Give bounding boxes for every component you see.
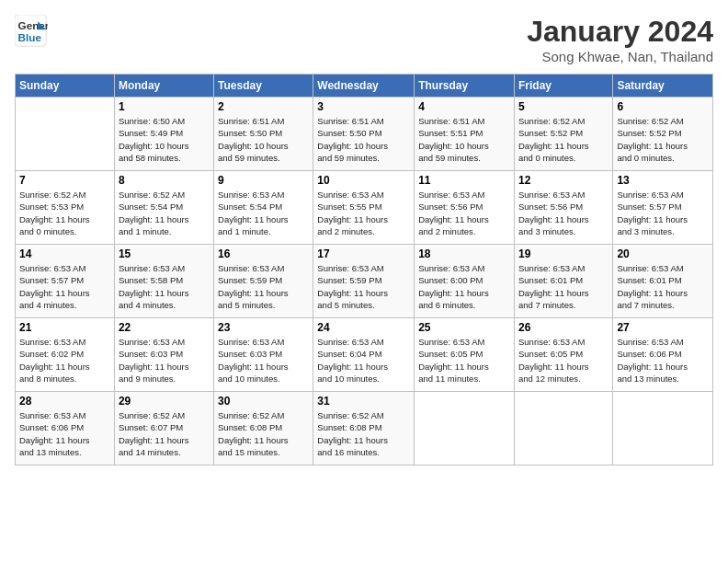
day-cell: 6Sunrise: 6:52 AM Sunset: 5:52 PM Daylig…: [613, 98, 713, 171]
header-sunday: Sunday: [16, 75, 115, 98]
day-info: Sunrise: 6:53 AM Sunset: 5:57 PM Dayligh…: [617, 189, 709, 237]
day-number: 19: [518, 247, 609, 260]
day-cell: 9Sunrise: 6:53 AM Sunset: 5:54 PM Daylig…: [214, 171, 313, 245]
day-info: Sunrise: 6:52 AM Sunset: 6:08 PM Dayligh…: [317, 409, 410, 458]
day-number: 30: [218, 395, 309, 408]
day-number: 20: [617, 247, 709, 260]
week-row-3: 21Sunrise: 6:53 AM Sunset: 6:02 PM Dayli…: [16, 318, 713, 392]
day-number: 25: [418, 321, 510, 334]
day-cell: 22Sunrise: 6:53 AM Sunset: 6:03 PM Dayli…: [114, 318, 213, 392]
day-info: Sunrise: 6:53 AM Sunset: 6:05 PM Dayligh…: [518, 336, 609, 385]
day-number: 15: [119, 247, 210, 260]
day-number: 18: [418, 247, 510, 260]
day-cell: 16Sunrise: 6:53 AM Sunset: 5:59 PM Dayli…: [214, 245, 313, 318]
day-info: Sunrise: 6:53 AM Sunset: 5:57 PM Dayligh…: [19, 262, 110, 311]
day-number: 27: [617, 321, 709, 334]
day-cell: [415, 392, 515, 465]
day-info: Sunrise: 6:53 AM Sunset: 6:04 PM Dayligh…: [317, 336, 410, 385]
day-cell: 7Sunrise: 6:52 AM Sunset: 5:53 PM Daylig…: [16, 171, 115, 245]
week-row-0: 1Sunrise: 6:50 AM Sunset: 5:49 PM Daylig…: [16, 98, 713, 171]
day-number: 24: [317, 321, 410, 334]
day-cell: [514, 392, 612, 465]
calendar-header-row: SundayMondayTuesdayWednesdayThursdayFrid…: [16, 75, 713, 98]
day-info: Sunrise: 6:53 AM Sunset: 5:55 PM Dayligh…: [317, 189, 410, 237]
day-number: 1: [119, 100, 210, 113]
day-cell: 30Sunrise: 6:52 AM Sunset: 6:08 PM Dayli…: [214, 392, 313, 465]
day-info: Sunrise: 6:51 AM Sunset: 5:51 PM Dayligh…: [418, 115, 510, 164]
day-info: Sunrise: 6:53 AM Sunset: 6:05 PM Dayligh…: [418, 336, 510, 385]
day-cell: 20Sunrise: 6:53 AM Sunset: 6:01 PM Dayli…: [613, 245, 713, 318]
header-saturday: Saturday: [613, 75, 713, 98]
week-row-2: 14Sunrise: 6:53 AM Sunset: 5:57 PM Dayli…: [16, 245, 713, 318]
header-monday: Monday: [114, 75, 213, 98]
day-info: Sunrise: 6:52 AM Sunset: 5:53 PM Dayligh…: [19, 189, 110, 237]
day-number: 9: [218, 174, 309, 187]
day-number: 16: [218, 247, 309, 260]
day-cell: 11Sunrise: 6:53 AM Sunset: 5:56 PM Dayli…: [415, 171, 515, 245]
day-info: Sunrise: 6:53 AM Sunset: 6:06 PM Dayligh…: [19, 409, 110, 458]
day-info: Sunrise: 6:53 AM Sunset: 5:54 PM Dayligh…: [218, 189, 309, 237]
day-number: 3: [317, 100, 410, 113]
day-number: 5: [518, 100, 609, 113]
day-info: Sunrise: 6:53 AM Sunset: 5:56 PM Dayligh…: [518, 189, 609, 237]
day-number: 12: [518, 174, 609, 187]
day-cell: 27Sunrise: 6:53 AM Sunset: 6:06 PM Dayli…: [613, 318, 713, 392]
header-thursday: Thursday: [415, 75, 515, 98]
week-row-4: 28Sunrise: 6:53 AM Sunset: 6:06 PM Dayli…: [16, 392, 713, 465]
day-number: 11: [418, 174, 510, 187]
location: Song Khwae, Nan, Thailand: [527, 49, 713, 64]
day-cell: [16, 98, 115, 171]
day-cell: 8Sunrise: 6:52 AM Sunset: 5:54 PM Daylig…: [114, 171, 213, 245]
day-cell: 17Sunrise: 6:53 AM Sunset: 5:59 PM Dayli…: [313, 245, 415, 318]
header: General Blue January 2024 Song Khwae, Na…: [15, 15, 713, 64]
day-number: 10: [317, 174, 410, 187]
day-number: 21: [19, 321, 110, 334]
header-friday: Friday: [514, 75, 612, 98]
svg-text:General: General: [18, 19, 48, 31]
day-cell: 4Sunrise: 6:51 AM Sunset: 5:51 PM Daylig…: [415, 98, 515, 171]
day-number: 7: [19, 174, 110, 187]
day-info: Sunrise: 6:53 AM Sunset: 5:59 PM Dayligh…: [218, 262, 309, 311]
day-info: Sunrise: 6:53 AM Sunset: 5:56 PM Dayligh…: [418, 189, 510, 237]
day-number: 14: [19, 247, 110, 260]
day-info: Sunrise: 6:53 AM Sunset: 6:01 PM Dayligh…: [617, 262, 709, 311]
day-cell: 29Sunrise: 6:52 AM Sunset: 6:07 PM Dayli…: [114, 392, 213, 465]
day-cell: 2Sunrise: 6:51 AM Sunset: 5:50 PM Daylig…: [214, 98, 313, 171]
day-info: Sunrise: 6:53 AM Sunset: 6:03 PM Dayligh…: [119, 336, 210, 385]
day-info: Sunrise: 6:50 AM Sunset: 5:49 PM Dayligh…: [119, 115, 210, 164]
day-cell: [613, 392, 713, 465]
day-number: 23: [218, 321, 309, 334]
day-cell: 25Sunrise: 6:53 AM Sunset: 6:05 PM Dayli…: [415, 318, 515, 392]
day-number: 28: [19, 395, 110, 408]
day-info: Sunrise: 6:52 AM Sunset: 5:52 PM Dayligh…: [617, 115, 709, 164]
day-cell: 24Sunrise: 6:53 AM Sunset: 6:04 PM Dayli…: [313, 318, 415, 392]
day-number: 6: [617, 100, 709, 113]
day-cell: 19Sunrise: 6:53 AM Sunset: 6:01 PM Dayli…: [514, 245, 612, 318]
title-block: January 2024 Song Khwae, Nan, Thailand: [527, 15, 713, 64]
logo-icon: General Blue: [15, 15, 48, 48]
day-cell: 28Sunrise: 6:53 AM Sunset: 6:06 PM Dayli…: [16, 392, 115, 465]
month-title: January 2024: [527, 15, 713, 49]
calendar-table: SundayMondayTuesdayWednesdayThursdayFrid…: [15, 74, 713, 465]
day-info: Sunrise: 6:53 AM Sunset: 6:03 PM Dayligh…: [218, 336, 309, 385]
day-number: 26: [518, 321, 609, 334]
week-row-1: 7Sunrise: 6:52 AM Sunset: 5:53 PM Daylig…: [16, 171, 713, 245]
day-info: Sunrise: 6:53 AM Sunset: 6:00 PM Dayligh…: [418, 262, 510, 311]
day-info: Sunrise: 6:52 AM Sunset: 6:08 PM Dayligh…: [218, 409, 309, 458]
header-tuesday: Tuesday: [214, 75, 313, 98]
day-info: Sunrise: 6:53 AM Sunset: 6:06 PM Dayligh…: [617, 336, 709, 385]
logo: General Blue: [15, 15, 51, 48]
day-info: Sunrise: 6:51 AM Sunset: 5:50 PM Dayligh…: [317, 115, 410, 164]
main-container: General Blue January 2024 Song Khwae, Na…: [0, 0, 728, 563]
day-cell: 1Sunrise: 6:50 AM Sunset: 5:49 PM Daylig…: [114, 98, 213, 171]
day-cell: 18Sunrise: 6:53 AM Sunset: 6:00 PM Dayli…: [415, 245, 515, 318]
day-number: 29: [119, 395, 210, 408]
day-info: Sunrise: 6:52 AM Sunset: 5:54 PM Dayligh…: [119, 189, 210, 237]
day-number: 17: [317, 247, 410, 260]
day-info: Sunrise: 6:53 AM Sunset: 6:01 PM Dayligh…: [518, 262, 609, 311]
day-number: 8: [119, 174, 210, 187]
day-cell: 15Sunrise: 6:53 AM Sunset: 5:58 PM Dayli…: [114, 245, 213, 318]
day-info: Sunrise: 6:53 AM Sunset: 6:02 PM Dayligh…: [19, 336, 110, 385]
day-cell: 13Sunrise: 6:53 AM Sunset: 5:57 PM Dayli…: [613, 171, 713, 245]
header-wednesday: Wednesday: [313, 75, 415, 98]
